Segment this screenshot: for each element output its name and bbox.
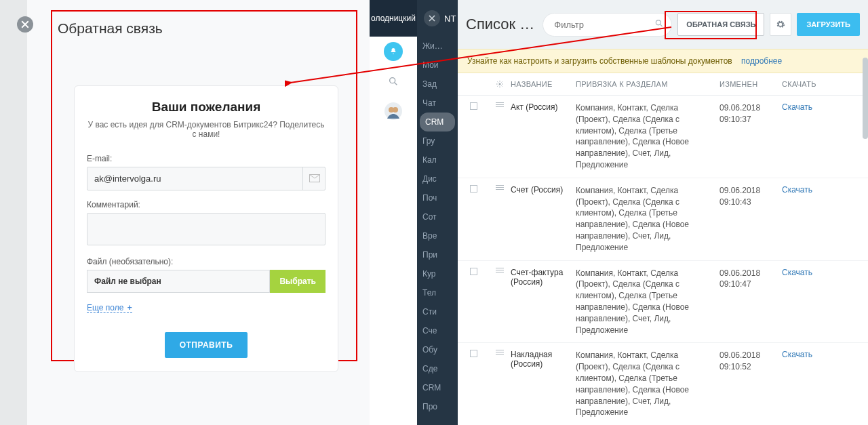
row-checkbox[interactable] (470, 102, 477, 110)
row-drag-icon[interactable] (489, 350, 511, 355)
scrollbar[interactable] (863, 58, 868, 139)
feedback-title: Обратная связь (58, 20, 163, 37)
th-download[interactable]: СКАЧАТЬ (782, 80, 836, 88)
close-icon (21, 20, 29, 28)
more-fields-label: Еще поле (87, 303, 123, 312)
mail-icon (302, 167, 326, 190)
email-field[interactable] (87, 167, 326, 190)
nav-item[interactable]: Обу (417, 340, 458, 359)
row-drag-icon[interactable] (489, 268, 511, 272)
left-sidebar-strip (0, 0, 27, 425)
send-button[interactable]: ОТПРАВИТЬ (165, 332, 248, 358)
documents-main: Список … ОБРАТНАЯ СВЯЗЬ ЗАГРУЗИТЬ Узнайт… (458, 0, 868, 425)
documents-panel: NT Жи…МоиЗадЧатCRMГруКалДисПочСотВреПриК… (417, 0, 868, 425)
main-nav: NT Жи…МоиЗадЧатCRMГруКалДисПочСотВреПриК… (417, 0, 458, 425)
banner-more-link[interactable]: подробнее (741, 56, 782, 66)
mini-sidebar: олодницкий (370, 0, 417, 425)
table-row: Накладная (Россия)Компания, Контакт, Сде… (458, 343, 868, 425)
row-drag-icon[interactable] (489, 185, 511, 190)
row-name: Акт (Россия) (511, 102, 576, 112)
row-date: 09.06.2018 09:10:52 (719, 350, 782, 373)
download-link[interactable]: Скачать (782, 102, 812, 112)
row-name: Счет (Россия) (511, 185, 576, 195)
search-icon (654, 19, 664, 31)
feedback-form: Ваши пожелания У вас есть идея для CRM-д… (74, 85, 338, 372)
info-banner: Узнайте как настроить и загрузить собств… (458, 49, 868, 73)
nav-item[interactable]: CRM (420, 113, 455, 131)
nav-logo: NT (444, 14, 456, 24)
form-sub: У вас есть идея для CRM-документов Битри… (87, 120, 326, 139)
download-link[interactable]: Скачать (782, 350, 812, 359)
download-link[interactable]: Скачать (782, 185, 812, 195)
more-fields-link[interactable]: Еще поле + (87, 303, 132, 313)
gear-icon[interactable] (489, 80, 511, 88)
feedback-button[interactable]: ОБРАТНАЯ СВЯЗЬ (677, 13, 764, 36)
row-bind: Компания, Контакт, Сделка (Проект), Сдел… (576, 268, 719, 336)
feedback-panel: Обратная связь Ваши пожелания У вас есть… (0, 0, 417, 425)
nav-item[interactable]: Чат (417, 94, 458, 113)
row-date: 09.06.2018 09:10:37 (719, 102, 782, 125)
bell-icon[interactable] (370, 37, 417, 66)
svg-point-5 (656, 20, 661, 25)
table-header: НАЗВАНИЕ ПРИВЯЗКА К РАЗДЕЛАМ ИЗМЕНЕН СКА… (458, 73, 868, 96)
avatar[interactable] (370, 96, 417, 126)
nav-item[interactable]: Дис (417, 169, 458, 188)
svg-point-1 (390, 78, 395, 83)
row-checkbox[interactable] (470, 268, 477, 275)
table-row: Акт (Россия)Компания, Контакт, Сделка (П… (458, 96, 868, 178)
table-row: Счет (Россия)Компания, Контакт, Сделка (… (458, 178, 868, 261)
nav-item[interactable]: Сти (417, 302, 458, 321)
filter-input[interactable] (542, 13, 672, 37)
nav-item[interactable]: Вре (417, 226, 458, 245)
nav-item[interactable]: Тел (417, 283, 458, 302)
row-bind: Компания, Контакт, Сделка (Проект), Сдел… (576, 185, 719, 254)
nav-item[interactable]: Кур (417, 264, 458, 283)
close-icon (429, 15, 435, 22)
search-icon[interactable] (370, 66, 417, 96)
gear-icon (776, 20, 785, 29)
email-label: E-mail: (87, 154, 326, 163)
row-date: 09.06.2018 09:10:43 (719, 185, 782, 208)
toolbar: Список … ОБРАТНАЯ СВЯЗЬ ЗАГРУЗИТЬ (458, 0, 868, 49)
nav-item[interactable]: Жи… (417, 37, 458, 56)
th-name[interactable]: НАЗВАНИЕ (511, 80, 576, 88)
nav-item[interactable]: Сче (417, 321, 458, 340)
file-choose-button[interactable]: Выбрать (270, 270, 326, 293)
row-checkbox[interactable] (470, 350, 477, 357)
row-name: Счет-фактура (Россия) (511, 268, 576, 287)
nav-item[interactable]: Зад (417, 75, 458, 94)
nav-item[interactable]: CRM (417, 378, 458, 397)
upload-button[interactable]: ЗАГРУЗИТЬ (797, 13, 860, 36)
nav-item[interactable]: При (417, 245, 458, 264)
row-bind: Компания, Контакт, Сделка (Проект), Сдел… (576, 102, 719, 171)
close-button-left[interactable] (17, 16, 33, 33)
svg-point-6 (499, 83, 501, 85)
nav-item[interactable]: Поч (417, 188, 458, 207)
row-checkbox[interactable] (470, 185, 477, 193)
mini-sidebar-user: олодницкий (370, 0, 417, 37)
row-bind: Компания, Контакт, Сделка (Проект), Сдел… (576, 350, 719, 418)
download-link[interactable]: Скачать (782, 268, 812, 277)
nav-item[interactable]: Кал (417, 150, 458, 169)
settings-button[interactable] (770, 13, 791, 36)
nav-item[interactable]: Сот (417, 207, 458, 226)
file-label: Файл (необязательно): (87, 257, 326, 266)
banner-text: Узнайте как настроить и загрузить собств… (467, 56, 732, 66)
svg-point-4 (393, 107, 398, 113)
row-drag-icon[interactable] (489, 102, 511, 107)
comment-field[interactable] (87, 213, 326, 245)
comment-label: Комментарий: (87, 200, 326, 209)
nav-item[interactable]: Гру (417, 131, 458, 150)
row-name: Накладная (Россия) (511, 350, 576, 369)
nav-item[interactable]: Сде (417, 359, 458, 378)
documents-table: НАЗВАНИЕ ПРИВЯЗКА К РАЗДЕЛАМ ИЗМЕНЕН СКА… (458, 73, 868, 425)
file-display: Файл не выбран (87, 270, 270, 293)
th-bind[interactable]: ПРИВЯЗКА К РАЗДЕЛАМ (576, 80, 719, 88)
th-date[interactable]: ИЗМЕНЕН (719, 80, 782, 88)
table-row: Счет-фактура (Россия)Компания, Контакт, … (458, 261, 868, 344)
page-title: Список … (466, 16, 534, 33)
close-button-right[interactable] (424, 10, 440, 26)
nav-item[interactable]: Мои (417, 56, 458, 75)
form-headline: Ваши пожелания (87, 100, 326, 115)
nav-item[interactable]: Про (417, 397, 458, 416)
